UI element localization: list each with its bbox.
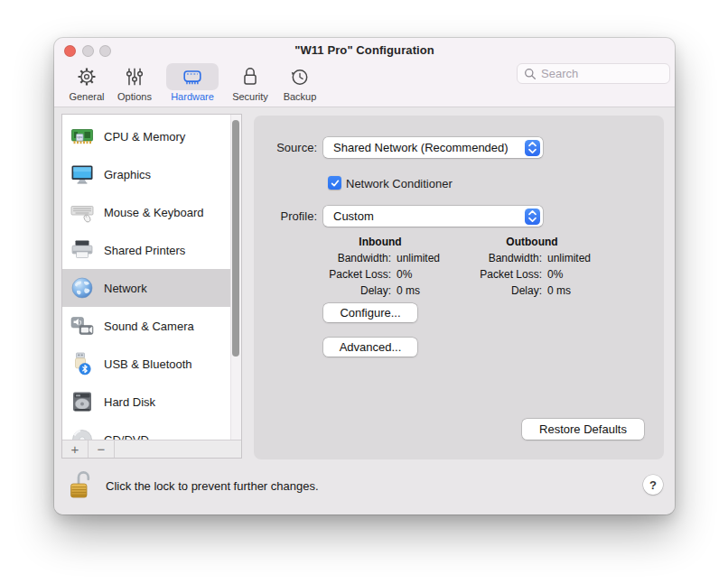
stat-value: 0% xyxy=(547,268,591,281)
stat-label: Delay: xyxy=(315,284,391,297)
sliders-icon xyxy=(106,63,163,90)
keyboard-mouse-icon xyxy=(70,200,94,224)
sidebar-item-label: Network xyxy=(104,282,147,295)
profile-value: Custom xyxy=(333,209,374,223)
advanced-button[interactable]: Advanced... xyxy=(323,338,417,357)
lock-hint-text: Click the lock to prevent further change… xyxy=(106,479,319,493)
stat-value: 0 ms xyxy=(547,284,591,297)
unlock-padlock-icon[interactable] xyxy=(70,467,93,503)
tab-security-label: Security xyxy=(232,91,268,102)
inbound-stats: Bandwidth: unlimited Packet Loss: 0% Del… xyxy=(315,252,440,297)
profile-label: Profile: xyxy=(281,209,317,223)
search-icon xyxy=(524,68,537,80)
add-device-button[interactable]: + xyxy=(62,440,89,458)
sidebar-item-network[interactable]: Network xyxy=(62,269,231,307)
sidebar-item-shared-printers[interactable]: Shared Printers xyxy=(62,231,231,269)
source-dropdown[interactable]: Shared Network (Recommended) xyxy=(323,137,543,158)
network-settings-panel: Source: Shared Network (Recommended) xyxy=(254,116,664,459)
chip-icon xyxy=(166,63,219,90)
sidebar-item-graphics[interactable]: Graphics xyxy=(62,155,231,193)
stat-value: 0 ms xyxy=(397,284,440,297)
stat-value: unlimited xyxy=(547,252,591,264)
stat-label: Bandwidth: xyxy=(315,252,391,264)
sidebar-item-cpu-memory[interactable]: cpu CPU & Memory xyxy=(62,117,231,155)
check-icon xyxy=(330,178,341,189)
tab-options[interactable]: Options xyxy=(106,63,163,105)
remove-device-button[interactable]: − xyxy=(89,440,115,458)
sidebar-item-label: Hard Disk xyxy=(104,395,155,409)
inbound-header: Inbound xyxy=(359,236,401,248)
stat-label: Bandwidth: xyxy=(466,252,542,264)
stat-value: 0% xyxy=(397,268,440,281)
tab-options-label: Options xyxy=(117,91,152,102)
sidebar-item-sound-camera[interactable]: Sound & Camera xyxy=(62,307,231,345)
tab-backup[interactable]: Backup xyxy=(271,63,329,105)
time-machine-icon xyxy=(271,63,329,90)
network-conditioner-checkbox[interactable] xyxy=(328,176,341,190)
help-button[interactable]: ? xyxy=(643,475,663,495)
stat-label: Packet Loss: xyxy=(315,268,391,281)
restore-defaults-button[interactable]: Restore Defaults xyxy=(522,419,644,440)
stat-label: Delay: xyxy=(466,284,542,297)
sidebar-item-label: Mouse & Keyboard xyxy=(104,206,204,219)
tab-backup-label: Backup xyxy=(284,91,317,102)
content-area: cpu CPU & Memory xyxy=(54,108,675,514)
stat-value: unlimited xyxy=(397,252,440,264)
ram-icon: cpu xyxy=(70,125,94,148)
window-title: "W11 Pro" Configuration xyxy=(54,38,675,62)
window-chrome: "W11 Pro" Configuration G xyxy=(54,38,675,107)
sidebar-item-label: CD/DVD xyxy=(104,433,149,440)
globe-icon xyxy=(70,276,94,300)
speaker-camera-icon xyxy=(70,314,94,338)
hardware-list: cpu CPU & Memory xyxy=(62,115,241,440)
printer-icon xyxy=(70,238,94,262)
configuration-window: "W11 Pro" Configuration G xyxy=(54,38,675,514)
hardware-sidebar: cpu CPU & Memory xyxy=(61,114,242,459)
sidebar-item-hard-disk[interactable]: Hard Disk xyxy=(62,383,231,421)
sidebar-scrollbar-track[interactable] xyxy=(230,115,241,440)
tab-general-label: General xyxy=(69,91,104,102)
stepper-icon xyxy=(525,140,540,156)
svg-text:cpu: cpu xyxy=(77,135,82,139)
network-conditioner-label: Network Conditioner xyxy=(346,177,453,190)
usb-bluetooth-icon xyxy=(70,352,94,375)
hard-disk-icon xyxy=(70,390,94,413)
stepper-icon xyxy=(525,209,540,225)
stat-label: Packet Loss: xyxy=(466,268,542,281)
profile-dropdown[interactable]: Custom xyxy=(323,206,543,227)
screenshot-stage: "W11 Pro" Configuration G xyxy=(0,0,728,584)
configure-button[interactable]: Configure... xyxy=(323,303,417,322)
sidebar-item-usb-bluetooth[interactable]: USB & Bluetooth xyxy=(62,345,231,383)
sidebar-item-cd-dvd[interactable]: CD/DVD xyxy=(62,421,231,440)
source-label: Source: xyxy=(276,141,317,154)
tab-hardware-label: Hardware xyxy=(171,91,214,102)
monitor-icon xyxy=(70,162,94,186)
sidebar-item-label: USB & Bluetooth xyxy=(104,357,192,371)
disc-icon xyxy=(70,428,94,440)
sidebar-item-label: Graphics xyxy=(104,168,151,181)
sidebar-item-mouse-keyboard[interactable]: Mouse & Keyboard xyxy=(62,193,231,231)
search-field[interactable] xyxy=(517,63,670,84)
sidebar-item-label: CPU & Memory xyxy=(104,130,185,144)
sidebar-add-remove-bar: + − xyxy=(62,440,241,458)
sidebar-item-label: Shared Printers xyxy=(104,244,185,257)
sidebar-scrollbar-thumb[interactable] xyxy=(232,120,239,357)
search-input[interactable] xyxy=(541,67,663,80)
sidebar-item-label: Sound & Camera xyxy=(104,320,194,333)
outbound-stats: Bandwidth: unlimited Packet Loss: 0% Del… xyxy=(466,252,591,297)
outbound-header: Outbound xyxy=(506,236,557,248)
tab-hardware[interactable]: Hardware xyxy=(163,63,221,105)
source-value: Shared Network (Recommended) xyxy=(333,141,509,154)
